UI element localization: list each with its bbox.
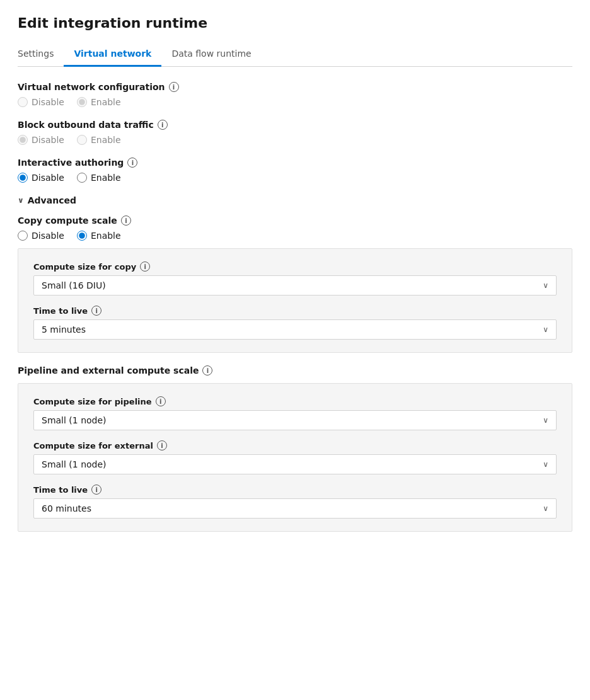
copy-compute-scale-options-box: Compute size for copy i Small (16 DIU) ∨…	[18, 248, 572, 353]
interactive-authoring-section: Interactive authoring i Disable Enable	[18, 158, 572, 183]
time-to-live-copy-info-icon[interactable]: i	[91, 306, 101, 316]
compute-size-copy-chevron-icon: ∨	[543, 281, 548, 290]
block-outbound-section: Block outbound data traffic i Disable En…	[18, 120, 572, 145]
compute-size-copy-info-icon[interactable]: i	[140, 261, 150, 272]
compute-size-copy-label: Compute size for copy i	[33, 261, 557, 272]
time-to-live-copy-value: 5 minutes	[42, 324, 86, 335]
block-outbound-info-icon[interactable]: i	[158, 120, 168, 130]
pipeline-external-info-icon[interactable]: i	[202, 365, 212, 376]
copy-compute-enable-radio[interactable]	[77, 231, 87, 241]
virtual-network-config-disable-option[interactable]: Disable	[18, 97, 64, 107]
advanced-label: Advanced	[28, 195, 76, 205]
copy-compute-scale-section: Copy compute scale i Disable Enable Comp…	[18, 215, 572, 353]
compute-size-pipeline-chevron-icon: ∨	[543, 416, 548, 425]
compute-size-pipeline-field: Compute size for pipeline i Small (1 nod…	[33, 396, 557, 430]
copy-compute-disable-label: Disable	[32, 231, 64, 241]
compute-size-external-value: Small (1 node)	[42, 459, 107, 469]
time-to-live-pipeline-chevron-icon: ∨	[543, 504, 548, 513]
copy-compute-enable-option[interactable]: Enable	[77, 231, 121, 241]
copy-compute-disable-option[interactable]: Disable	[18, 231, 64, 241]
block-outbound-enable-radio[interactable]	[77, 135, 87, 145]
interactive-authoring-enable-option[interactable]: Enable	[77, 173, 121, 183]
time-to-live-pipeline-info-icon[interactable]: i	[91, 485, 101, 495]
virtual-network-config-radio-group: Disable Enable	[18, 97, 572, 107]
tab-settings[interactable]: Settings	[18, 43, 64, 67]
virtual-network-config-enable-option[interactable]: Enable	[77, 97, 121, 107]
virtual-network-config-disable-label: Disable	[32, 97, 64, 107]
time-to-live-pipeline-dropdown[interactable]: 60 minutes ∨	[33, 498, 557, 519]
virtual-network-config-enable-label: Enable	[91, 97, 121, 107]
block-outbound-disable-label: Disable	[32, 135, 64, 145]
compute-size-copy-value: Small (16 DIU)	[42, 280, 106, 290]
copy-compute-scale-label: Copy compute scale i	[18, 215, 572, 226]
compute-size-pipeline-dropdown[interactable]: Small (1 node) ∨	[33, 410, 557, 430]
time-to-live-pipeline-field: Time to live i 60 minutes ∨	[33, 485, 557, 519]
virtual-network-config-enable-radio[interactable]	[77, 97, 87, 107]
tab-data-flow-runtime[interactable]: Data flow runtime	[161, 43, 261, 67]
interactive-authoring-disable-radio[interactable]	[18, 173, 28, 183]
pipeline-external-section: Pipeline and external compute scale i Co…	[18, 365, 572, 532]
pipeline-external-options-box: Compute size for pipeline i Small (1 nod…	[18, 383, 572, 532]
compute-size-pipeline-info-icon[interactable]: i	[156, 396, 166, 406]
time-to-live-copy-label: Time to live i	[33, 306, 557, 316]
compute-size-pipeline-label: Compute size for pipeline i	[33, 396, 557, 406]
interactive-authoring-enable-label: Enable	[91, 173, 121, 183]
block-outbound-label: Block outbound data traffic i	[18, 120, 572, 130]
time-to-live-copy-field: Time to live i 5 minutes ∨	[33, 306, 557, 340]
interactive-authoring-label: Interactive authoring i	[18, 158, 572, 168]
advanced-toggle[interactable]: ∨ Advanced	[18, 195, 572, 205]
time-to-live-copy-chevron-icon: ∨	[543, 325, 548, 334]
time-to-live-pipeline-value: 60 minutes	[42, 503, 91, 514]
copy-compute-scale-info-icon[interactable]: i	[121, 215, 131, 226]
compute-size-external-info-icon[interactable]: i	[157, 440, 167, 450]
interactive-authoring-disable-option[interactable]: Disable	[18, 173, 64, 183]
virtual-network-config-disable-radio[interactable]	[18, 97, 28, 107]
interactive-authoring-disable-label: Disable	[32, 173, 64, 183]
interactive-authoring-enable-radio[interactable]	[77, 173, 87, 183]
tab-bar: Settings Virtual network Data flow runti…	[18, 43, 572, 67]
copy-compute-enable-label: Enable	[91, 231, 121, 241]
interactive-authoring-info-icon[interactable]: i	[127, 158, 137, 168]
time-to-live-copy-dropdown[interactable]: 5 minutes ∨	[33, 319, 557, 340]
copy-compute-disable-radio[interactable]	[18, 231, 28, 241]
page-title: Edit integration runtime	[18, 15, 572, 31]
block-outbound-disable-option[interactable]: Disable	[18, 135, 64, 145]
compute-size-external-dropdown[interactable]: Small (1 node) ∨	[33, 454, 557, 474]
virtual-network-config-info-icon[interactable]: i	[169, 82, 179, 92]
block-outbound-radio-group: Disable Enable	[18, 135, 572, 145]
pipeline-external-label: Pipeline and external compute scale i	[18, 365, 572, 376]
compute-size-copy-dropdown[interactable]: Small (16 DIU) ∨	[33, 275, 557, 295]
block-outbound-enable-option[interactable]: Enable	[77, 135, 121, 145]
tab-virtual-network[interactable]: Virtual network	[64, 43, 161, 67]
virtual-network-config-section: Virtual network configuration i Disable …	[18, 82, 572, 107]
compute-size-external-chevron-icon: ∨	[543, 460, 548, 469]
block-outbound-enable-label: Enable	[91, 135, 121, 145]
time-to-live-pipeline-label: Time to live i	[33, 485, 557, 495]
advanced-chevron-icon: ∨	[18, 196, 24, 205]
compute-size-external-field: Compute size for external i Small (1 nod…	[33, 440, 557, 474]
virtual-network-config-label: Virtual network configuration i	[18, 82, 572, 92]
interactive-authoring-radio-group: Disable Enable	[18, 173, 572, 183]
compute-size-copy-field: Compute size for copy i Small (16 DIU) ∨	[33, 261, 557, 295]
block-outbound-disable-radio[interactable]	[18, 135, 28, 145]
copy-compute-scale-radio-group: Disable Enable	[18, 231, 572, 241]
compute-size-pipeline-value: Small (1 node)	[42, 415, 107, 425]
compute-size-external-label: Compute size for external i	[33, 440, 557, 450]
